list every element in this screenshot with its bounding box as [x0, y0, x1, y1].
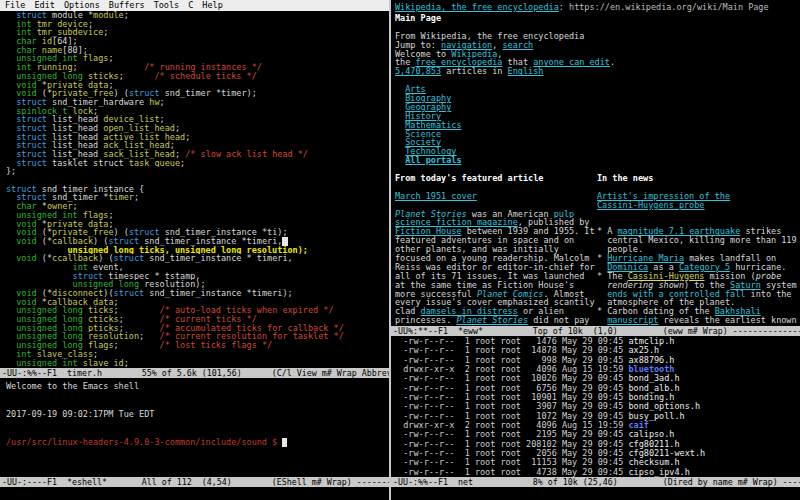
eww-link[interactable]: Society — [405, 138, 441, 147]
text-run: private_data — [47, 220, 108, 229]
eww-link[interactable]: Arts — [405, 85, 425, 94]
blank-line — [0, 401, 389, 410]
c-code-buffer-timer-h[interactable]: struct module *module; int tmr_device; i… — [0, 11, 389, 367]
text-run — [395, 103, 405, 112]
menu-options[interactable]: Options — [64, 0, 100, 10]
text-run: From Wikipedia, the free encyclopedia — [395, 32, 584, 41]
eww-link[interactable]: search — [503, 41, 534, 50]
modeline-timer-h[interactable]: -UU-:%%--F1 timer.h 55% of 5.6k (101,56)… — [0, 368, 389, 378]
dired-filename[interactable]: ax88796.h — [628, 356, 674, 365]
dired-filename[interactable]: cfg80211.h — [628, 440, 679, 449]
dired-filename[interactable]: bond_3ad.h — [628, 374, 679, 383]
eww-link[interactable]: Bakhshali — [715, 307, 761, 316]
eww-link[interactable]: pulp — [554, 210, 574, 219]
dired-filename[interactable]: caif — [628, 421, 648, 430]
eww-link[interactable]: Geography — [405, 103, 451, 112]
code-line: void (*private_free) (struct snd_timer *… — [0, 89, 389, 98]
modeline-eshell[interactable]: -UU-:----F1 *eshell* All of 112 (4,54) (… — [0, 477, 389, 487]
eww-link[interactable]: science fiction magazine — [395, 218, 518, 227]
dired-filename[interactable]: bond_alb.h — [628, 384, 679, 393]
eww-link[interactable]: Mathematics — [405, 121, 461, 130]
code-line: struct snd_timer *timer; — [0, 193, 389, 202]
dired-filename[interactable]: atmclip.h — [628, 337, 674, 346]
text-run: ; — [170, 141, 175, 150]
dired-filename[interactable]: busy_poll.h — [628, 412, 684, 421]
menu-tools[interactable]: Tools — [154, 0, 180, 10]
eww-link[interactable]: Saturn — [730, 281, 761, 290]
dired-filename[interactable]: cfg80211-wext.h — [628, 449, 705, 458]
menu-buffers[interactable]: Buffers — [109, 0, 145, 10]
text-run: into the — [745, 290, 791, 299]
text-run: ; — [119, 324, 160, 333]
eww-link[interactable]: Biography — [405, 94, 451, 103]
text-run — [6, 272, 73, 281]
menu-edit[interactable]: Edit — [34, 0, 54, 10]
dired-filename[interactable]: bonding.h — [628, 393, 674, 402]
eww-link[interactable]: manuscript — [607, 316, 658, 325]
text-run: ; — [119, 315, 160, 324]
text-run: clad — [395, 307, 421, 316]
eww-link[interactable]: free encyclopedia — [415, 58, 502, 67]
modeline-dired[interactable]: -UU-:%%--F1 net 8% of 10k (25,46) (Dired… — [391, 477, 800, 487]
eww-link[interactable]: ends with a controlled fall — [607, 290, 745, 299]
right-emacs-pane: Wikipedia, the free encyclopedia: https:… — [391, 0, 800, 500]
code-line: int event, — [0, 263, 389, 272]
eww-link[interactable]: navigation — [441, 41, 492, 50]
dired-filename[interactable]: bluetooth — [628, 365, 674, 374]
text-run: slave_class — [37, 350, 93, 359]
eww-link[interactable]: magnitude 7.1 earthquake — [617, 227, 740, 236]
dired-filename[interactable]: ax25.h — [628, 346, 659, 355]
text-run: struct — [129, 228, 160, 237]
eww-link[interactable]: Wikipedia — [451, 50, 497, 59]
dired-filename[interactable]: calipso.h — [628, 430, 674, 439]
eww-link[interactable]: March 1951 cover — [395, 192, 477, 201]
text-run: (* — [37, 289, 52, 298]
eww-line: * The Cassini-Huygens mission (probe — [597, 272, 800, 281]
eww-link[interactable]: Artist's impression of the — [597, 192, 730, 201]
eww-link[interactable]: Cassini-Huygens — [628, 272, 705, 281]
eww-link[interactable]: English — [508, 67, 544, 76]
dired-filename[interactable]: checksum.h — [628, 458, 679, 467]
eww-link[interactable]: All portals — [405, 156, 461, 165]
eww-link[interactable]: damsels in distress — [421, 307, 518, 316]
text-run: list_head — [47, 115, 103, 124]
eww-link[interactable]: History — [405, 112, 441, 121]
eww-link[interactable]: Planet Comics — [477, 290, 544, 299]
eww-buffer[interactable]: Main Page From Wikipedia, the free encyc… — [391, 14, 800, 174]
dired-row: -rw-r--r-- 1 root root 3907 May 29 09:45… — [391, 402, 800, 411]
menu-c[interactable]: C — [188, 0, 193, 10]
dired-row: -rw-r--r-- 1 root root 10901 May 29 09:4… — [391, 393, 800, 402]
text-run: /* current ticks */ — [160, 315, 257, 324]
eww-link[interactable]: Category 5 — [679, 263, 730, 272]
eww-link[interactable]: Fiction House — [395, 227, 462, 236]
modeline-eww[interactable]: -UU%:**--F1 *eww* Top of 10k (1,0) (eww … — [391, 326, 800, 336]
dired-filename[interactable]: bond_options.h — [628, 402, 700, 411]
eww-line: science fiction magazine, published by — [395, 218, 597, 227]
eww-link[interactable]: Technology — [405, 147, 456, 156]
eww-link[interactable]: Planet Stories — [456, 316, 528, 325]
eww-link[interactable]: 5,470,853 — [395, 67, 441, 76]
menu-file[interactable]: File — [5, 0, 25, 10]
eww-link[interactable]: Science — [405, 130, 441, 139]
eww-link[interactable]: Cassini-Huygens probe — [597, 201, 704, 210]
eww-link[interactable]: Hurricane Maria — [607, 254, 684, 263]
text-run: ; — [139, 332, 159, 341]
text-run: int — [16, 63, 31, 72]
text-run: . — [610, 58, 615, 67]
text-run: snd_timer_instance { — [37, 185, 144, 194]
text-run — [6, 98, 16, 107]
menu-help[interactable]: Help — [202, 0, 222, 10]
text-run: ) ( — [98, 254, 113, 263]
text-run: ) ( — [114, 228, 129, 237]
dired-buffer-net[interactable]: -rw-r--r-- 1 root root 1476 May 29 09:45… — [391, 337, 800, 477]
eww-link[interactable]: anyone can edit — [533, 58, 610, 67]
eww-link[interactable]: Planet Stories — [395, 210, 467, 219]
text-run: all of its 71 issues. It was launched — [395, 272, 584, 281]
eshell-prompt-line[interactable]: /usr/src/linux-headers-4.9.0-3-common/in… — [0, 438, 389, 447]
text-run: mission ( — [704, 272, 755, 281]
dired-filename[interactable]: cipso_ipv4.h — [628, 468, 689, 477]
text-run: (* — [37, 254, 52, 263]
eww-link[interactable]: Dominica — [607, 263, 648, 272]
eshell-buffer[interactable]: Welcome to the Emacs shell 2017-09-19 09… — [0, 382, 389, 447]
dired-row: drwxr-xr-x 2 root root 4096 Aug 15 19:59… — [391, 421, 800, 430]
